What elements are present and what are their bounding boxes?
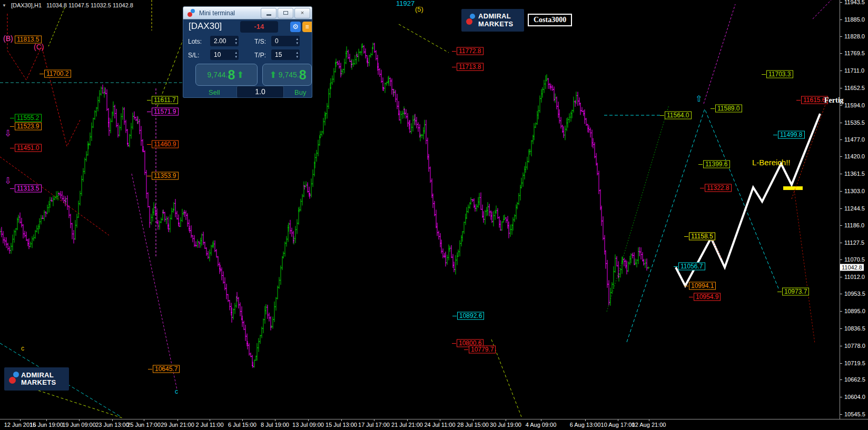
time-tick-mark <box>177 419 178 421</box>
price-tick-label: 11535.5 <box>844 119 865 126</box>
ohlc-bars <box>0 43 649 368</box>
brand-line1: ADMIRAL <box>478 12 511 20</box>
price-tick-mark <box>840 243 842 243</box>
price-tick-mark <box>840 346 842 346</box>
price-tick-mark <box>840 71 842 71</box>
price-tick-mark <box>840 311 842 312</box>
maximize-button[interactable] <box>278 8 293 18</box>
stop-loss-spinner[interactable]: ▴▾ <box>235 51 237 59</box>
price-tick-mark <box>840 2 842 3</box>
settings-gear-button[interactable]: ⚙ <box>290 22 301 32</box>
time-tick-mark <box>79 419 80 421</box>
take-profit-spinner[interactable]: ▴▾ <box>296 51 298 59</box>
trailing-stop-label: T/S: <box>254 38 266 45</box>
close-button[interactable]: × <box>294 8 310 18</box>
price-tick-mark <box>840 174 842 174</box>
stop-loss-input[interactable]: 10 ▴▾ <box>210 49 239 60</box>
price-tick-mark <box>840 139 842 140</box>
time-tick-mark <box>242 419 243 421</box>
trailing-stop-input[interactable]: 0 ▴▾ <box>271 36 300 46</box>
time-tick-label: 30 Jul 19:00 <box>490 422 521 428</box>
price-tick-label: 11477.0 <box>844 136 865 143</box>
price-tick-label: 11070.5 <box>844 256 865 263</box>
time-tick-mark <box>585 419 586 421</box>
time-tick-label: 4 Aug 09:00 <box>526 422 557 428</box>
price-tick-mark <box>840 191 842 192</box>
broker-logo: ADMIRAL MARKETS <box>4 367 69 391</box>
price-tick-mark <box>840 208 842 209</box>
panel-toggle-button[interactable]: ≡ <box>302 22 312 32</box>
magenta-corner[interactable] <box>813 0 831 19</box>
price-tick-mark <box>840 328 842 329</box>
price-tick-label: 11594.0 <box>844 102 865 108</box>
green-dotted-rise[interactable] <box>607 105 669 312</box>
window-title: Mini terminal <box>199 9 260 17</box>
price-tick-label: 11943.5 <box>844 0 865 5</box>
chart-header: ▼ [DAX30],H1 11034.8 11047.5 11032.5 110… <box>2 2 133 8</box>
admiral-markets-icon <box>4 367 21 391</box>
price-tick-mark <box>840 379 842 380</box>
price-tick-mark <box>840 225 842 226</box>
time-tick-label: 2 Jul 11:00 <box>195 422 223 428</box>
price-tick-label: 10662.5 <box>844 376 865 383</box>
price-tick-label: 11303.0 <box>844 188 865 194</box>
symbol-dropdown-icon[interactable]: ▼ <box>2 3 6 8</box>
red-fall-right[interactable] <box>794 191 815 343</box>
watermark-label: Costa3000 <box>528 14 572 26</box>
sell-price-button[interactable]: 9,744.8⬆ <box>195 64 258 86</box>
current-price-badge: 11042.8 <box>840 264 864 271</box>
time-tick-mark <box>144 419 144 421</box>
time-tick-mark <box>20 419 21 421</box>
spread-value: 1.0 <box>236 86 284 98</box>
chartreuse-mid-low[interactable] <box>491 339 521 417</box>
time-tick-mark <box>440 419 440 421</box>
trailing-stop-spinner[interactable]: ▴▾ <box>296 37 298 45</box>
forecast-zigzag[interactable] <box>676 114 820 286</box>
chartreuse-mid-top[interactable] <box>399 24 449 53</box>
time-tick-mark <box>210 419 210 421</box>
time-tick-label: 25 Jun 17:00 <box>127 422 161 428</box>
stop-loss-label: S/L: <box>188 52 199 59</box>
mini-terminal-window[interactable]: Mini terminal × [DAX30] -14 ⚙ ≡ Lots: 2.… <box>183 6 312 98</box>
time-tick-label: 21 Jul 21:00 <box>391 422 423 428</box>
time-tick-mark <box>46 419 47 421</box>
red-rise-right[interactable] <box>792 103 826 199</box>
price-tick-label: 11127.5 <box>844 239 864 246</box>
support-highlight[interactable] <box>783 186 803 190</box>
take-profit-input[interactable]: 15 ▴▾ <box>271 49 300 60</box>
buy-price-button[interactable]: ⬆9,745.8 <box>262 64 312 86</box>
price-tick-label: 11885.0 <box>844 16 865 23</box>
price-axis[interactable]: 11943.511885.011828.011769.511711.011652… <box>840 0 868 419</box>
time-tick-label: 12 Aug 21:00 <box>632 422 666 428</box>
chart-ohlc-values: 11034.8 11047.5 11032.5 11042.8 <box>46 2 133 8</box>
time-tick-label: 28 Jul 15:00 <box>457 422 489 428</box>
time-tick-label: 23 Jun 13:00 <box>95 422 129 428</box>
time-tick-mark <box>473 419 474 421</box>
brand-line2: MARKETS <box>21 378 56 386</box>
red-zigzag-left[interactable] <box>7 14 80 146</box>
chartreuse-top-left[interactable] <box>48 7 65 46</box>
lots-input[interactable]: 2.00 ▴▾ <box>210 36 239 46</box>
time-tick-label: 6 Jul 15:00 <box>228 422 257 428</box>
magenta-diagonal[interactable] <box>132 174 177 389</box>
time-tick-label: 6 Aug 13:00 <box>570 422 601 428</box>
price-tick-label: 11012.0 <box>844 274 865 280</box>
cyan-v-right[interactable] <box>627 109 778 342</box>
time-axis[interactable]: 12 Jun 201516 Jun 19:0019 Jun 09:0023 Ju… <box>0 419 868 430</box>
buy-label[interactable]: Buy <box>294 88 306 96</box>
price-tick-mark <box>840 277 842 277</box>
time-tick-label: 8 Jul 19:00 <box>261 422 289 428</box>
time-tick-label: 29 Jun 21:00 <box>161 422 194 428</box>
time-tick-label: 15 Jul 13:00 <box>326 422 357 428</box>
take-profit-label: T/P: <box>254 52 266 59</box>
magenta-rise-right[interactable] <box>704 4 735 104</box>
overlay-lines <box>711 103 826 343</box>
price-tick-label: 10778.0 <box>844 343 865 349</box>
price-tick-mark <box>840 156 842 157</box>
red-trend-left[interactable] <box>0 157 109 235</box>
minimize-button[interactable] <box>261 8 277 18</box>
lots-spinner[interactable]: ▴▾ <box>235 37 237 45</box>
sell-label[interactable]: Sell <box>209 88 220 96</box>
chart-plot-area[interactable] <box>0 0 840 419</box>
mini-terminal-titlebar[interactable]: Mini terminal × <box>183 6 312 19</box>
